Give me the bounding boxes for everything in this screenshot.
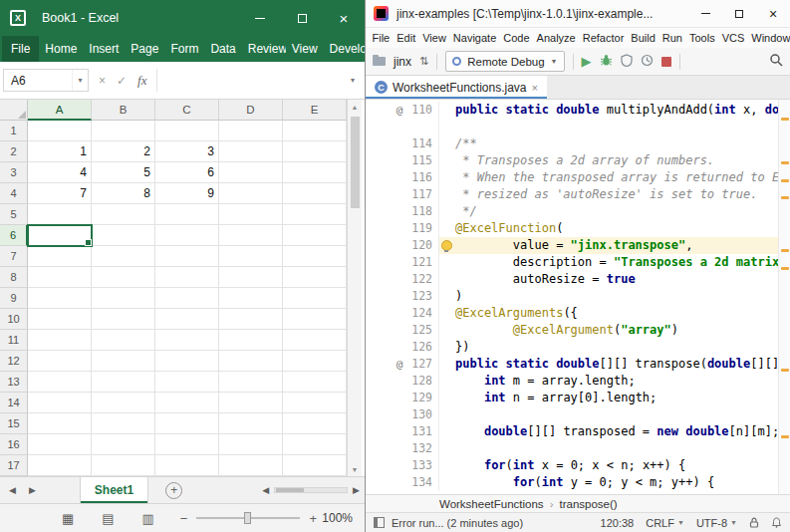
gutter[interactable]: @127 bbox=[366, 356, 439, 373]
code-line[interactable]: 131 double[][] transposed = new double[n… bbox=[366, 423, 790, 440]
grid-cell-C17[interactable] bbox=[155, 455, 219, 476]
ribbon-tab-review[interactable]: Review bbox=[242, 36, 286, 62]
sheet-tab-sheet1[interactable]: Sheet1 bbox=[80, 477, 148, 503]
menu-refactor[interactable]: Refactor bbox=[579, 32, 628, 44]
grid-cell-A16[interactable] bbox=[28, 434, 92, 455]
grid-cell-B4[interactable]: 8 bbox=[92, 183, 155, 204]
gutter[interactable]: 114 bbox=[366, 135, 439, 152]
intellij-maximize-button[interactable] bbox=[722, 0, 756, 27]
grid-cell-D16[interactable] bbox=[219, 434, 283, 455]
grid-cell-D14[interactable] bbox=[219, 393, 283, 413]
grid-cell-D7[interactable] bbox=[219, 246, 283, 267]
menu-code[interactable]: Code bbox=[500, 32, 533, 44]
gutter[interactable] bbox=[366, 119, 439, 135]
code-line[interactable]: 125 @ExcelArgument("array") bbox=[366, 322, 790, 339]
grid-cell-E4[interactable] bbox=[283, 183, 347, 204]
grid-cell-A6[interactable] bbox=[28, 225, 92, 246]
grid-cell-D3[interactable] bbox=[219, 162, 283, 183]
row-header-11[interactable]: 11 bbox=[0, 330, 28, 351]
gutter[interactable]: 123 bbox=[366, 288, 439, 305]
zoom-slider[interactable] bbox=[196, 517, 300, 519]
sort-icon[interactable]: ⇅ bbox=[419, 55, 428, 68]
editor-tab-worksheetfunctions[interactable]: C WorksheetFunctions.java × bbox=[366, 76, 547, 99]
row-header-13[interactable]: 13 bbox=[0, 372, 28, 393]
menu-analyze[interactable]: Analyze bbox=[533, 32, 579, 44]
grid-cell-B8[interactable] bbox=[92, 267, 155, 288]
grid-cell-A7[interactable] bbox=[28, 246, 92, 267]
scroll-up-icon[interactable]: ▲ bbox=[352, 100, 359, 114]
ribbon-tab-develop[interactable]: Develop bbox=[324, 36, 365, 62]
gutter[interactable]: 134 bbox=[366, 474, 439, 491]
gutter[interactable]: 128 bbox=[366, 373, 439, 390]
breadcrumb-method[interactable]: transpose() bbox=[559, 498, 617, 510]
grid-cell-D4[interactable] bbox=[219, 183, 283, 204]
gutter[interactable]: 120 bbox=[366, 237, 439, 254]
grid-cell-E3[interactable] bbox=[283, 162, 347, 183]
grid-cell-E17[interactable] bbox=[283, 455, 347, 476]
formula-bar-expand-icon[interactable]: ▾ bbox=[344, 76, 362, 85]
scroll-left-icon[interactable]: ◀ bbox=[262, 485, 269, 495]
ribbon-tab-form[interactable]: Form bbox=[164, 36, 204, 62]
grid-cell-B9[interactable] bbox=[92, 288, 155, 309]
grid-cell-D11[interactable] bbox=[219, 330, 283, 351]
grid-cell-D2[interactable] bbox=[219, 141, 283, 162]
debug-button[interactable] bbox=[600, 53, 613, 71]
run-with-coverage-button[interactable] bbox=[621, 53, 633, 71]
zoom-out-button[interactable]: − bbox=[180, 511, 188, 526]
code-line[interactable]: @110public static double multiplyAndAdd(… bbox=[366, 102, 790, 119]
select-all-corner[interactable] bbox=[0, 100, 28, 121]
grid-cell-B7[interactable] bbox=[92, 246, 155, 267]
grid-cell-B10[interactable] bbox=[92, 309, 155, 330]
cancel-entry-icon[interactable]: × bbox=[99, 74, 106, 88]
error-stripe-mark[interactable] bbox=[781, 369, 789, 372]
grid-cell-A4[interactable]: 7 bbox=[28, 183, 92, 204]
encoding-select[interactable]: UTF-8 ▼ bbox=[696, 517, 737, 529]
excel-close-button[interactable]: × bbox=[323, 0, 365, 36]
grid-cell-E12[interactable] bbox=[283, 351, 347, 372]
row-header-6[interactable]: 6 bbox=[0, 225, 28, 246]
scroll-right-icon[interactable]: ▶ bbox=[353, 485, 360, 495]
grid-cell-B2[interactable]: 2 bbox=[92, 141, 155, 162]
scrollbar-thumb[interactable] bbox=[351, 117, 360, 208]
code-line[interactable]: 120 value = "jinx.transpose", bbox=[366, 237, 790, 254]
accept-entry-icon[interactable]: ✓ bbox=[117, 74, 127, 88]
hscroll-thumb[interactable] bbox=[276, 488, 304, 492]
grid-cell-C13[interactable] bbox=[155, 372, 219, 393]
row-header-16[interactable]: 16 bbox=[0, 434, 28, 455]
grid-cell-C6[interactable] bbox=[155, 225, 219, 246]
menu-edit[interactable]: Edit bbox=[394, 32, 419, 44]
menu-build[interactable]: Build bbox=[628, 32, 658, 44]
code-line[interactable]: 126}) bbox=[366, 339, 790, 356]
gutter[interactable]: 115 bbox=[366, 152, 439, 169]
grid-cell-B16[interactable] bbox=[92, 434, 155, 455]
menu-run[interactable]: Run bbox=[658, 32, 685, 44]
ribbon-tab-view[interactable]: View bbox=[286, 36, 324, 62]
column-header-C[interactable]: C bbox=[155, 100, 219, 121]
grid-cell-C14[interactable] bbox=[155, 393, 219, 413]
run-configuration-select[interactable]: Remote Debug ▼ bbox=[445, 51, 564, 72]
column-header-B[interactable]: B bbox=[92, 100, 155, 121]
notifications-button[interactable] bbox=[771, 517, 782, 528]
grid-cell-C8[interactable] bbox=[155, 267, 219, 288]
menu-navigate[interactable]: Navigate bbox=[449, 32, 499, 44]
toolwindow-toggle-icon[interactable] bbox=[374, 517, 385, 528]
code-line[interactable]: 118 */ bbox=[366, 203, 790, 220]
row-header-1[interactable]: 1 bbox=[0, 121, 28, 141]
zoom-level[interactable]: 100% bbox=[317, 511, 353, 525]
code-line[interactable]: 117 * resized as 'autoResize' is set to … bbox=[366, 186, 790, 203]
code-editor[interactable]: @110public static double multiplyAndAdd(… bbox=[366, 100, 790, 494]
grid-cell-D6[interactable] bbox=[219, 225, 283, 246]
excel-maximize-button[interactable] bbox=[281, 0, 323, 36]
grid-cell-E7[interactable] bbox=[283, 246, 347, 267]
grid-cell-B5[interactable] bbox=[92, 204, 155, 225]
column-header-D[interactable]: D bbox=[219, 100, 283, 121]
ribbon-tab-page[interactable]: Page bbox=[125, 36, 164, 62]
grid-cell-A14[interactable] bbox=[28, 393, 92, 413]
code-line[interactable]: 114/** bbox=[366, 135, 790, 152]
code-line[interactable]: @127public static double[][] transpose(d… bbox=[366, 356, 790, 373]
readonly-toggle[interactable] bbox=[749, 517, 759, 528]
gutter[interactable]: 119 bbox=[366, 220, 439, 237]
gutter[interactable]: 124 bbox=[366, 305, 439, 322]
menu-vcs[interactable]: VCS bbox=[718, 32, 748, 44]
grid-cell-B14[interactable] bbox=[92, 393, 155, 413]
